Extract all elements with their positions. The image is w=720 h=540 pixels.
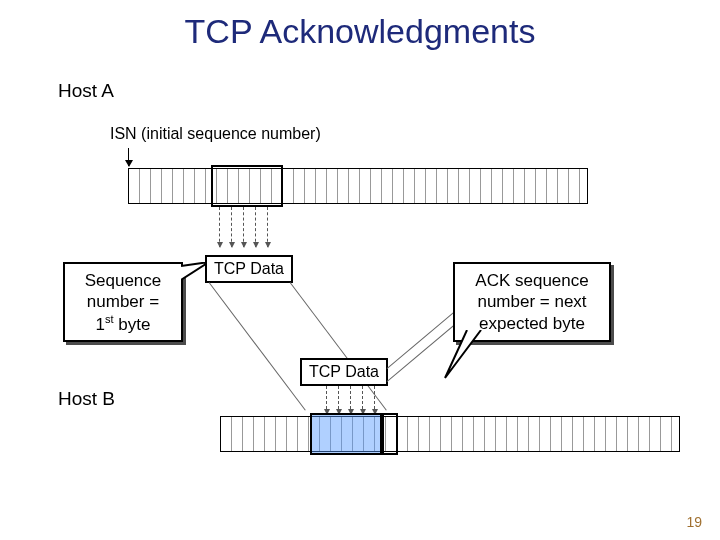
seq-l1: Sequence bbox=[85, 271, 162, 290]
host-b-bytestream bbox=[220, 416, 680, 452]
host-b-received-segment bbox=[310, 413, 382, 455]
path-a-to-b-left bbox=[209, 282, 306, 410]
ack-callout-tail bbox=[443, 330, 483, 380]
page-number: 19 bbox=[686, 514, 702, 530]
host-a-bytestream bbox=[128, 168, 588, 204]
isn-arrow bbox=[128, 148, 129, 166]
ack-l3: expected byte bbox=[479, 314, 585, 333]
tcp-data-b: TCP Data bbox=[300, 358, 388, 386]
seq-l2: number = bbox=[87, 292, 159, 311]
slide-title: TCP Acknowledgments bbox=[0, 12, 720, 51]
tcp-data-a: TCP Data bbox=[205, 255, 293, 283]
seq-num-callout: Sequence number = 1st byte bbox=[63, 262, 183, 342]
host-b-next-byte bbox=[382, 413, 398, 455]
seq-l3a: 1 bbox=[96, 314, 105, 333]
host-a-label: Host A bbox=[58, 80, 114, 102]
isn-label: ISN (initial sequence number) bbox=[110, 125, 321, 143]
seq-l3b: st bbox=[105, 313, 114, 325]
host-b-label: Host B bbox=[58, 388, 115, 410]
seq-l3c: byte bbox=[114, 314, 151, 333]
ack-l1: ACK sequence bbox=[475, 271, 588, 290]
host-a-sent-segment bbox=[211, 165, 283, 207]
ack-l2: number = next bbox=[477, 292, 586, 311]
